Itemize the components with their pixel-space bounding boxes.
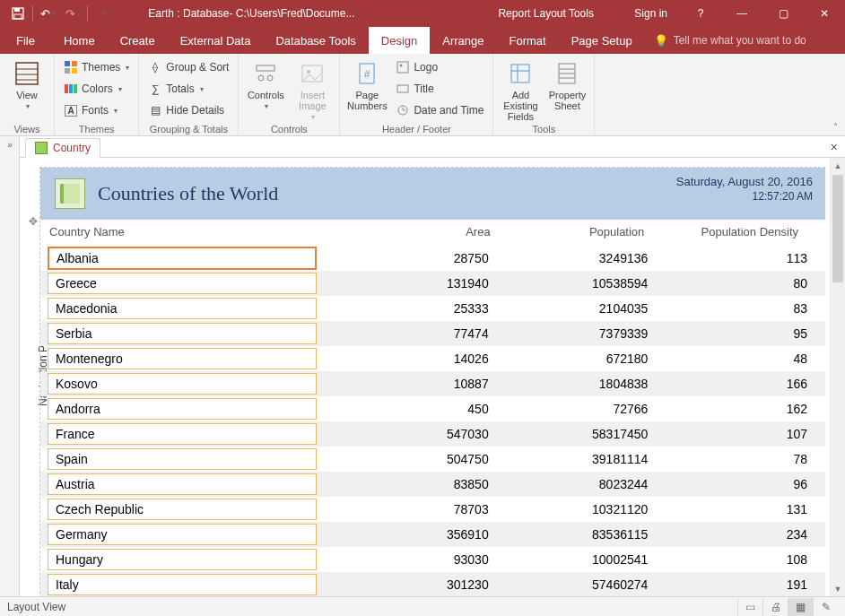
tab-create[interactable]: Create — [108, 27, 168, 54]
colors-button[interactable]: Colors▾ — [60, 79, 133, 99]
cell-density[interactable]: 83 — [666, 301, 825, 316]
cell-name[interactable]: Macedonia — [48, 298, 317, 319]
cell-name[interactable]: Italy — [48, 574, 317, 595]
totals-button[interactable]: ∑Totals▾ — [144, 79, 232, 99]
title-button[interactable]: Title — [392, 79, 487, 99]
cell-density[interactable]: 131 — [666, 502, 825, 516]
vertical-scrollbar[interactable]: ▲ ▼ — [830, 158, 845, 596]
cell-population[interactable]: 2104035 — [507, 301, 666, 316]
page-numbers-button[interactable]: # Page Numbers — [345, 57, 388, 111]
cell-population[interactable]: 10321120 — [507, 502, 666, 516]
close-object-icon[interactable]: × — [831, 140, 838, 154]
cell-density[interactable]: 108 — [666, 552, 825, 567]
cell-name[interactable]: Kosovo — [48, 373, 317, 395]
undo-icon[interactable]: ↶▾ — [35, 1, 60, 26]
table-row[interactable]: Spain5047503918111478 — [40, 447, 825, 472]
design-view-button[interactable]: ✎ — [813, 598, 838, 616]
cell-area[interactable]: 83850 — [347, 477, 507, 491]
cell-density[interactable]: 166 — [666, 377, 825, 391]
tab-database-tools[interactable]: Database Tools — [263, 27, 368, 54]
table-row[interactable]: Czech Republic7870310321120131 — [40, 497, 825, 522]
cell-name[interactable]: Greece — [48, 273, 317, 294]
cell-name[interactable]: Spain — [48, 448, 317, 470]
controls-button[interactable]: Controls▾ — [244, 57, 287, 110]
tab-design[interactable]: Design — [369, 27, 430, 54]
save-icon[interactable] — [5, 1, 30, 26]
themes-button[interactable]: Themes▾ — [60, 57, 133, 77]
tell-me-search[interactable]: 💡 Tell me what you want to do — [645, 27, 815, 54]
cell-population[interactable]: 10538594 — [507, 276, 666, 291]
table-row[interactable]: Hungary9303010002541108 — [40, 547, 825, 572]
sign-in-link[interactable]: Sign in — [622, 7, 680, 20]
minimize-button[interactable]: — — [721, 0, 762, 27]
cell-population[interactable]: 7379339 — [507, 326, 666, 341]
col-population[interactable]: Population — [509, 225, 663, 239]
col-density[interactable]: Population Density — [662, 225, 816, 239]
table-row[interactable]: Andorra45072766162 — [40, 396, 825, 421]
cell-density[interactable]: 48 — [666, 351, 825, 366]
date-time-button[interactable]: Date and Time — [392, 100, 487, 120]
report-date[interactable]: Saturday, August 20, 2016 — [676, 175, 813, 188]
cell-name[interactable]: Germany — [48, 524, 317, 545]
cell-name[interactable]: Czech Republic — [48, 499, 317, 520]
report-title[interactable]: Countries of the World — [98, 182, 278, 205]
table-row[interactable]: Greece1319401053859480 — [40, 271, 825, 296]
cell-population[interactable]: 1804838 — [507, 377, 666, 391]
layout-view-button[interactable]: ▦ — [788, 598, 813, 616]
cell-density[interactable]: 191 — [666, 577, 825, 592]
tab-arrange[interactable]: Arrange — [430, 27, 496, 54]
cell-population[interactable]: 72766 — [507, 402, 666, 416]
cell-population[interactable]: 8023244 — [507, 477, 666, 491]
view-button[interactable]: View ▾ — [5, 57, 48, 110]
table-row[interactable]: Austria83850802324496 — [40, 472, 825, 497]
table-row[interactable]: Serbia77474737933995 — [40, 321, 825, 346]
col-country-name[interactable]: Country Name — [49, 225, 354, 239]
report-header[interactable]: Countries of the World Saturday, August … — [40, 168, 825, 220]
scroll-down-icon[interactable]: ▼ — [831, 581, 845, 596]
cell-area[interactable]: 25333 — [347, 301, 507, 316]
restore-button[interactable]: ▢ — [762, 0, 804, 27]
cell-density[interactable]: 96 — [666, 477, 825, 491]
cell-area[interactable]: 14026 — [347, 351, 507, 366]
cell-population[interactable]: 672180 — [507, 351, 666, 366]
tab-format[interactable]: Format — [497, 27, 559, 54]
cell-name[interactable]: Hungary — [48, 549, 317, 570]
cell-area[interactable]: 504750 — [347, 452, 507, 466]
col-area[interactable]: Area — [354, 225, 509, 239]
cell-name[interactable]: France — [48, 423, 317, 445]
fonts-button[interactable]: AFonts▾ — [60, 100, 133, 120]
table-row[interactable]: France54703058317450107 — [40, 421, 825, 447]
logo-button[interactable]: Logo — [392, 57, 487, 77]
print-preview-button[interactable]: 🖨 — [762, 598, 788, 616]
scroll-track[interactable] — [831, 173, 845, 581]
tab-page-setup[interactable]: Page Setup — [559, 27, 645, 54]
cell-population[interactable]: 3249136 — [507, 251, 666, 265]
cell-population[interactable]: 58317450 — [507, 427, 666, 441]
navigation-pane-collapsed[interactable]: » Navigation Pane — [0, 136, 20, 596]
cell-area[interactable]: 301230 — [347, 577, 507, 592]
cell-population[interactable]: 83536115 — [507, 527, 666, 542]
cell-density[interactable]: 162 — [666, 402, 825, 416]
add-existing-fields-button[interactable]: Add Existing Fields — [499, 57, 542, 122]
cell-name[interactable]: Austria — [48, 473, 317, 495]
table-row[interactable]: Italy30123057460274191 — [40, 572, 825, 596]
property-sheet-button[interactable]: Property Sheet — [545, 57, 588, 111]
report-view-button[interactable]: ▭ — [737, 598, 762, 616]
cell-area[interactable]: 10887 — [347, 377, 507, 391]
cell-name[interactable]: Albania — [48, 247, 317, 270]
tab-home[interactable]: Home — [51, 27, 108, 54]
scroll-thumb[interactable] — [832, 175, 843, 282]
cell-density[interactable]: 234 — [666, 527, 825, 542]
cell-density[interactable]: 80 — [666, 276, 825, 291]
scroll-up-icon[interactable]: ▲ — [831, 158, 845, 173]
report-time[interactable]: 12:57:20 AM — [676, 190, 813, 203]
collapse-ribbon-icon[interactable]: ˄ — [833, 122, 838, 132]
table-row[interactable]: Kosovo108871804838166 — [40, 371, 825, 396]
table-row[interactable]: Germany35691083536115234 — [40, 522, 825, 547]
cell-area[interactable]: 356910 — [347, 527, 507, 542]
cell-density[interactable]: 113 — [666, 251, 825, 265]
table-row[interactable]: Albania287503249136113 — [40, 246, 825, 271]
cell-density[interactable]: 95 — [666, 326, 825, 341]
layout-move-handle-icon[interactable]: ✥ — [27, 215, 39, 228]
close-button[interactable]: ✕ — [804, 0, 845, 27]
